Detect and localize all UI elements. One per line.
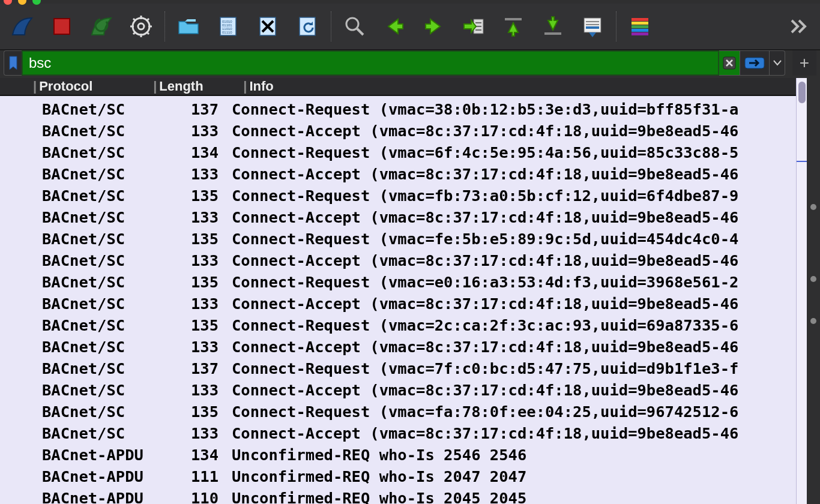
packet-row[interactable]: BACnet/SC133Connect-Accept (vmac=8c:37:1…	[0, 163, 796, 185]
packet-row[interactable]: BACnet/SC135Connect-Request (vmac=fe:5b:…	[0, 228, 796, 250]
filter-bookmark-button[interactable]	[4, 50, 22, 76]
go-first-button[interactable]	[495, 8, 532, 45]
packet-row[interactable]: BACnet/SC135Connect-Request (vmac=2c:ca:…	[0, 314, 796, 336]
reload-file-button[interactable]	[289, 8, 326, 45]
chevrons-right-icon	[786, 14, 810, 38]
toolbar-overflow-button[interactable]	[779, 8, 816, 45]
packet-row[interactable]: BACnet-APDU111Unconfirmed-REQ who-Is 204…	[0, 466, 796, 487]
go-to-packet-icon	[462, 14, 486, 38]
packet-row[interactable]: BACnet-APDU134Unconfirmed-REQ who-Is 254…	[0, 444, 796, 466]
packet-row[interactable]: BACnet/SC135Connect-Request (vmac=e0:16:…	[0, 271, 796, 293]
cell-info: Connect-Request (vmac=7f:c0:bc:d5:47:75,…	[232, 358, 796, 379]
packet-list-scrollbar[interactable]	[796, 78, 807, 504]
capture-options-button[interactable]	[122, 8, 160, 45]
go-to-packet-button[interactable]	[455, 8, 492, 45]
colorize-button[interactable]	[621, 8, 659, 45]
restart-capture-button[interactable]	[83, 8, 120, 45]
cell-info: Connect-Request (vmac=fa:78:0f:ee:04:25,…	[232, 401, 796, 422]
go-forward-icon	[422, 14, 446, 38]
folder-open-icon	[176, 14, 200, 38]
packet-row[interactable]: BACnet/SC134Connect-Request (vmac=6f:4c:…	[0, 142, 796, 163]
shark-fin-icon	[10, 14, 34, 38]
window-minimize-button[interactable]	[18, 0, 26, 5]
window-zoom-button[interactable]	[32, 0, 41, 5]
display-filter-input[interactable]	[22, 50, 719, 76]
packet-row[interactable]: BACnet/SC133Connect-Accept (vmac=8c:37:1…	[0, 250, 796, 271]
go-back-icon	[382, 14, 406, 38]
toolbar-separator	[331, 11, 331, 41]
packet-row[interactable]: BACnet-APDU110Unconfirmed-REQ who-Is 204…	[0, 487, 796, 504]
find-packet-button[interactable]	[336, 8, 373, 45]
packet-row[interactable]: BACnet/SC135Connect-Request (vmac=fa:78:…	[0, 401, 796, 422]
packet-list-body[interactable]: BACnet/SC137Connect-Request (vmac=38:0b:…	[0, 96, 796, 504]
cell-length: 137	[157, 358, 232, 379]
cell-info: Connect-Accept (vmac=8c:37:17:cd:4f:18,u…	[232, 250, 796, 271]
cell-length: 135	[157, 314, 232, 336]
packet-row[interactable]: BACnet/SC137Connect-Request (vmac=38:0b:…	[0, 98, 796, 120]
cell-info: Connect-Request (vmac=e0:16:a3:53:4d:f3,…	[232, 271, 796, 293]
cell-info: Connect-Accept (vmac=8c:37:17:cd:4f:18,u…	[232, 206, 796, 228]
svg-line-21	[357, 29, 363, 35]
cell-info: Connect-Request (vmac=6f:4c:5e:95:4a:56,…	[232, 142, 796, 163]
column-header-length[interactable]: Length	[159, 79, 243, 94]
save-file-button[interactable]: 01010 01101 11010 01110	[210, 8, 247, 45]
scrollbar-thumb[interactable]	[798, 82, 806, 103]
cell-length: 135	[157, 271, 232, 293]
cell-info: Connect-Request (vmac=2c:ca:2f:3c:ac:93,…	[232, 314, 796, 336]
minimap-marker	[810, 276, 816, 282]
toolbar-separator	[616, 11, 617, 41]
packet-row[interactable]: BACnet/SC133Connect-Accept (vmac=8c:37:1…	[0, 379, 796, 401]
svg-rect-34	[632, 25, 648, 28]
svg-point-20	[346, 18, 358, 30]
autoscroll-button[interactable]	[574, 8, 611, 45]
svg-rect-35	[632, 29, 648, 32]
bookmark-icon	[8, 56, 18, 70]
packet-list-header[interactable]: | Protocol | Length | Info	[0, 78, 796, 96]
filter-clear-button[interactable]	[719, 50, 740, 76]
apply-arrow-icon	[744, 57, 765, 69]
stop-capture-button[interactable]	[43, 8, 80, 45]
packet-list-table[interactable]: | Protocol | Length | Info BACnet/SC137C…	[0, 78, 796, 504]
cell-protocol: BACnet/SC	[42, 358, 157, 379]
filter-add-button[interactable]: +	[792, 50, 816, 76]
cell-info: Connect-Accept (vmac=8c:37:17:cd:4f:18,u…	[232, 422, 796, 444]
start-capture-button[interactable]	[4, 8, 41, 45]
go-back-button[interactable]	[376, 8, 413, 45]
go-last-button[interactable]	[534, 8, 571, 45]
svg-rect-32	[632, 18, 648, 21]
column-header-info[interactable]: Info	[249, 79, 796, 94]
packet-row[interactable]: BACnet/SC133Connect-Accept (vmac=8c:37:1…	[0, 422, 796, 444]
chevron-down-icon	[773, 60, 782, 66]
filter-apply-button[interactable]	[740, 50, 770, 76]
cell-protocol: BACnet/SC	[42, 401, 157, 422]
toolbar-separator	[164, 11, 165, 41]
filter-history-dropdown[interactable]	[770, 50, 785, 76]
restart-capture-icon	[89, 14, 113, 38]
svg-rect-33	[632, 22, 648, 25]
packet-row[interactable]: BACnet/SC133Connect-Accept (vmac=8c:37:1…	[0, 293, 796, 314]
packet-row[interactable]: BACnet/SC137Connect-Request (vmac=7f:c0:…	[0, 358, 796, 379]
open-file-button[interactable]	[170, 8, 207, 45]
cell-length: 133	[157, 293, 232, 314]
svg-rect-36	[632, 32, 648, 35]
cell-info: Connect-Accept (vmac=8c:37:17:cd:4f:18,u…	[232, 163, 796, 185]
cell-protocol: BACnet/SC	[42, 163, 157, 185]
close-file-button[interactable]	[249, 8, 286, 45]
svg-point-2	[138, 23, 144, 29]
packet-row[interactable]: BACnet/SC135Connect-Request (vmac=fb:73:…	[0, 185, 796, 206]
gear-icon	[129, 14, 153, 38]
packet-row[interactable]: BACnet/SC133Connect-Accept (vmac=8c:37:1…	[0, 120, 796, 142]
cell-protocol: BACnet/SC	[42, 379, 157, 401]
cell-length: 133	[157, 422, 232, 444]
packet-row[interactable]: BACnet/SC133Connect-Accept (vmac=8c:37:1…	[0, 206, 796, 228]
minimap-gutter	[807, 78, 820, 504]
packet-row[interactable]: BACnet/SC133Connect-Accept (vmac=8c:37:1…	[0, 336, 796, 358]
cell-info: Unconfirmed-REQ who-Is 2045 2045	[232, 487, 796, 504]
cell-protocol: BACnet/SC	[42, 422, 157, 444]
window-close-button[interactable]	[4, 0, 12, 5]
cell-protocol: BACnet/SC	[42, 98, 157, 120]
window-titlebar	[0, 0, 820, 4]
colorize-icon	[628, 14, 652, 38]
column-header-protocol[interactable]: Protocol	[39, 79, 153, 94]
go-forward-button[interactable]	[415, 8, 453, 45]
